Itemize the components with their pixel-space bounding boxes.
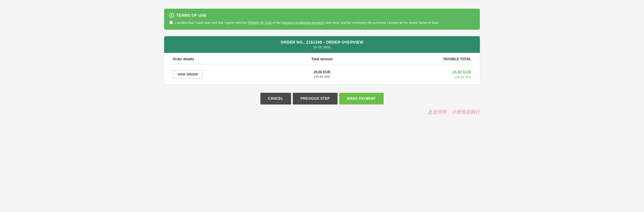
terms-checkbox-row: I confirm that I have read and that I ag… <box>169 20 475 25</box>
cancel-button[interactable]: CANCEL <box>260 93 291 104</box>
view-order-button[interactable]: VIEW ORDER <box>173 70 202 78</box>
payable-hrk: 150,69 HRK <box>372 75 471 79</box>
terms-banner: ℹ TERMS OF USE I confirm that I have rea… <box>164 9 480 30</box>
order-header-title: ORDER NO.. 2161348 - ORDER OVERVIEW <box>169 40 475 45</box>
terms-text-of: of the <box>273 21 282 25</box>
terms-text-prefix: I confirm that I have read and that I ag… <box>175 21 248 25</box>
col-total-amount: Total amount <box>272 57 372 61</box>
info-icon: ℹ <box>169 13 174 18</box>
terms-title: TERMS OF USE <box>176 13 207 18</box>
order-table: Order details Total amount PAYABLE TOTAL… <box>164 53 480 84</box>
terms-text: I confirm that I have read and that I ag… <box>175 20 439 25</box>
terms-checkbox[interactable] <box>169 21 173 24</box>
order-header: ORDER NO.. 2161348 - ORDER OVERVIEW 16. … <box>164 36 480 53</box>
order-table-header: Order details Total amount PAYABLE TOTAL <box>169 53 475 65</box>
page-container: ℹ TERMS OF USE I confirm that I have rea… <box>164 9 480 115</box>
view-order-cell: VIEW ORDER <box>173 70 272 78</box>
terms-text-rest: web shop, and by continuing the purchase… <box>325 21 439 25</box>
watermark-text: 走走停停，小燈泡在旅行 <box>428 109 480 115</box>
order-table-row: VIEW ORDER 20,00 EUR 150,69 HRK 20,00 EU… <box>169 65 475 84</box>
action-buttons: CANCEL PREVIOUS STEP MAKE PAYMENT <box>164 93 480 104</box>
site-link[interactable]: ticketing.np-plitvicka-jezera.hr <box>282 21 324 25</box>
amount-eur: 20,00 EUR <box>272 70 372 74</box>
col-payable-total: PAYABLE TOTAL <box>372 57 471 61</box>
order-header-date: 16. 03. 2024. <box>169 46 475 49</box>
total-amount-cell: 20,00 EUR 150,69 HRK <box>272 70 372 78</box>
col-order-details: Order details <box>173 57 272 61</box>
previous-step-button[interactable]: PREVIOUS STEP <box>293 93 338 104</box>
make-payment-button[interactable]: MAKE PAYMENT <box>339 93 384 104</box>
watermark: 走走停停，小燈泡在旅行 <box>164 109 480 115</box>
amount-hrk: 150,69 HRK <box>272 75 372 78</box>
payable-eur: 20,00 EUR <box>372 70 471 75</box>
order-section: ORDER NO.. 2161348 - ORDER OVERVIEW 16. … <box>164 36 480 84</box>
payable-cell: 20,00 EUR 150,69 HRK <box>372 70 471 79</box>
terms-title-row: ℹ TERMS OF USE <box>169 13 475 18</box>
terms-of-use-link[interactable]: TERMS OF USE <box>248 21 272 25</box>
